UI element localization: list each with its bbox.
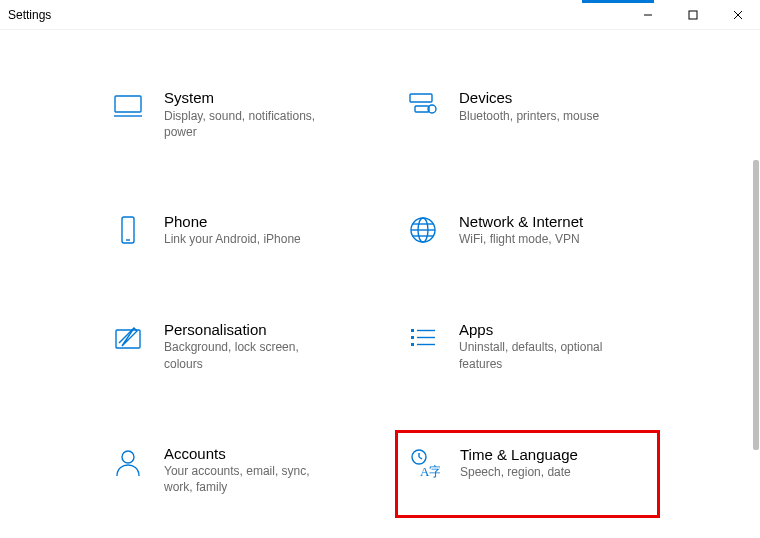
category-title: Apps	[459, 320, 629, 340]
svg-rect-6	[410, 94, 432, 102]
category-personalisation[interactable]: Personalisation Background, lock screen,…	[100, 312, 365, 380]
category-subtitle: Background, lock screen, colours	[164, 339, 334, 371]
category-grid: System Display, sound, notifications, po…	[100, 80, 660, 538]
category-subtitle: Link your Android, iPhone	[164, 231, 301, 247]
svg-rect-19	[411, 336, 414, 339]
apps-icon	[405, 320, 441, 356]
accounts-icon	[110, 444, 146, 480]
category-title: Time & Language	[460, 445, 578, 465]
titlebar: Settings	[0, 0, 760, 30]
svg-rect-9	[122, 217, 134, 243]
category-subtitle: WiFi, flight mode, VPN	[459, 231, 583, 247]
svg-rect-16	[116, 330, 140, 348]
svg-rect-1	[689, 11, 697, 19]
category-title: Network & Internet	[459, 212, 583, 232]
scrollbar[interactable]	[753, 160, 759, 450]
category-time-language[interactable]: A字 Time & Language Speech, region, date	[395, 430, 660, 518]
category-title: Devices	[459, 88, 599, 108]
svg-rect-4	[115, 96, 141, 112]
category-accounts[interactable]: Accounts Your accounts, email, sync, wor…	[100, 436, 365, 504]
personalisation-icon	[110, 320, 146, 356]
category-subtitle: Uninstall, defaults, optional features	[459, 339, 629, 371]
window-controls	[625, 0, 760, 29]
category-network[interactable]: Network & Internet WiFi, flight mode, VP…	[395, 204, 660, 256]
category-title: System	[164, 88, 334, 108]
window-title: Settings	[8, 8, 51, 22]
devices-icon	[405, 88, 441, 124]
category-system[interactable]: System Display, sound, notifications, po…	[100, 80, 365, 148]
category-subtitle: Speech, region, date	[460, 464, 578, 480]
category-subtitle: Bluetooth, printers, mouse	[459, 108, 599, 124]
time-language-icon: A字	[406, 445, 442, 481]
svg-rect-7	[415, 106, 429, 112]
category-title: Phone	[164, 212, 301, 232]
svg-line-26	[419, 457, 422, 459]
category-title: Accounts	[164, 444, 334, 464]
network-icon	[405, 212, 441, 248]
svg-rect-17	[411, 329, 414, 332]
phone-icon	[110, 212, 146, 248]
svg-text:A字: A字	[420, 464, 440, 479]
category-phone[interactable]: Phone Link your Android, iPhone	[100, 204, 365, 256]
category-subtitle: Your accounts, email, sync, work, family	[164, 463, 334, 495]
minimize-button[interactable]	[625, 0, 670, 30]
svg-point-23	[122, 451, 134, 463]
system-icon	[110, 88, 146, 124]
category-apps[interactable]: Apps Uninstall, defaults, optional featu…	[395, 312, 660, 380]
accent-strip	[582, 0, 654, 3]
svg-rect-21	[411, 343, 414, 346]
category-subtitle: Display, sound, notifications, power	[164, 108, 334, 140]
category-devices[interactable]: Devices Bluetooth, printers, mouse	[395, 80, 660, 148]
content-area: System Display, sound, notifications, po…	[0, 30, 760, 538]
close-button[interactable]	[715, 0, 760, 30]
category-title: Personalisation	[164, 320, 334, 340]
maximize-button[interactable]	[670, 0, 715, 30]
